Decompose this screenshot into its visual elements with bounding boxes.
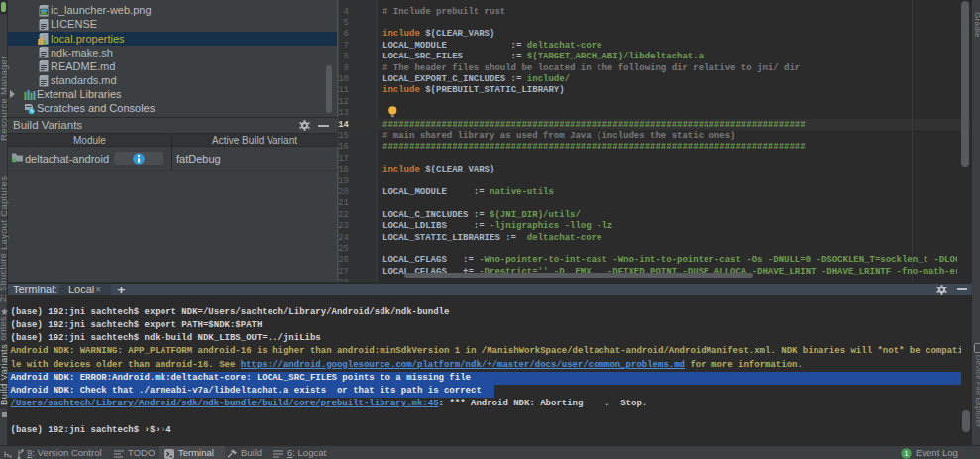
svg-text:1: 1: [904, 449, 909, 458]
